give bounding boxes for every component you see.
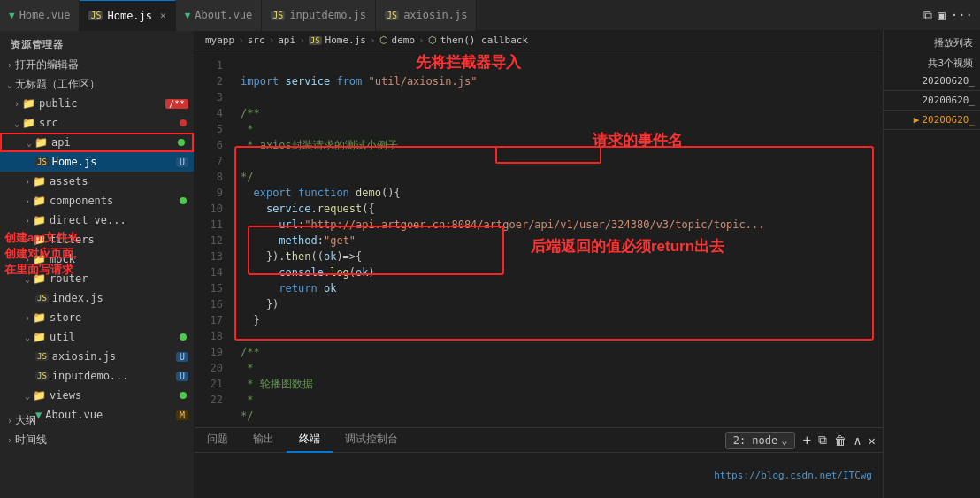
sidebar-item-label: 打开的编辑器 xyxy=(15,57,79,73)
chevron-down-icon: ⌄ xyxy=(781,434,787,447)
chevron-right-icon: › xyxy=(25,216,30,226)
bottom-content: https://blog.csdn.net/ITCwg xyxy=(195,453,883,498)
video-item-2[interactable]: 20200620_ xyxy=(884,91,980,111)
tab-actions: ⧉ ▣ ··· xyxy=(923,8,980,23)
tab-output[interactable]: 输出 xyxy=(241,428,287,453)
folder-icon: 📁 xyxy=(33,253,46,265)
breadcrumb-part: Home.js xyxy=(325,34,366,46)
split-editor-icon[interactable]: ⧉ xyxy=(923,8,932,23)
sidebar-item-axiosinjs[interactable]: JS axiosin.js U xyxy=(0,347,194,366)
js-icon: JS xyxy=(88,11,103,20)
sidebar-item-label: assets xyxy=(50,175,88,188)
tab-axiosin[interactable]: JS axiosin.js xyxy=(376,0,477,31)
separator: › xyxy=(269,34,275,46)
js-icon: JS xyxy=(385,11,399,20)
sidebar-item-public[interactable]: › 📁 public /** xyxy=(0,94,194,113)
sidebar-item-homejs[interactable]: JS Home.js U xyxy=(0,152,194,172)
chevron-down-icon: ⌄ xyxy=(14,119,19,128)
js-icon: JS xyxy=(35,372,49,380)
more-icon[interactable]: ··· xyxy=(951,8,973,22)
sidebar-item-store[interactable]: › 📁 store xyxy=(0,308,194,327)
sidebar-item-filters[interactable]: › 📁 filters xyxy=(0,230,194,249)
tab-inputdemo[interactable]: JS inputdemo.js xyxy=(262,0,376,31)
close-icon[interactable]: ✕ xyxy=(160,10,166,21)
tab-home-js[interactable]: JS Home.js ✕ xyxy=(80,0,175,31)
sidebar-item-outline[interactable]: › 大纲 xyxy=(0,410,194,430)
layout-icon[interactable]: ▣ xyxy=(938,8,945,22)
js-icon: JS xyxy=(35,294,49,303)
video-item-1[interactable]: 20200620_ xyxy=(884,72,980,91)
vue-icon: ▼ xyxy=(185,10,191,21)
video-item-3[interactable]: ▶ 20200620_ xyxy=(884,111,980,130)
add-terminal-icon[interactable]: + xyxy=(802,432,811,448)
chevron-right-icon: › xyxy=(25,177,30,187)
js-icon: JS xyxy=(309,36,322,45)
tab-home-vue[interactable]: ▼ Home.vue xyxy=(0,0,80,31)
chevron-right-icon: › xyxy=(14,99,19,109)
chevron-right-icon: › xyxy=(7,416,12,425)
split-terminal-icon[interactable]: ⧉ xyxy=(818,433,827,448)
sidebar-item-inputdemo[interactable]: JS inputdemo... U xyxy=(0,366,194,386)
delete-terminal-icon[interactable]: 🗑 xyxy=(834,433,846,448)
tab-label: Home.js xyxy=(107,10,152,22)
folder-icon: 📁 xyxy=(33,214,46,226)
sidebar-item-mock[interactable]: › 📁 mock xyxy=(0,249,194,269)
sidebar: 资源管理器 › 打开的编辑器 ⌄ 无标题（工作区） › 📁 public /**… xyxy=(0,31,195,498)
sidebar-item-timeline[interactable]: › 时间线 xyxy=(0,430,194,449)
editor-area: myapp › src › api › JS Home.js › ⬡ demo … xyxy=(195,31,883,498)
code-content[interactable]: import service from "util/axiosin.js" /*… xyxy=(230,50,883,427)
sidebar-item-label: direct_ve... xyxy=(50,214,126,226)
tab-label: Home.vue xyxy=(19,9,71,21)
sidebar-item-open-editors[interactable]: › 打开的编辑器 xyxy=(0,55,194,74)
tab-problems[interactable]: 问题 xyxy=(195,428,241,453)
sidebar-item-label: mock xyxy=(50,253,75,265)
sidebar-item-label: inputdemo... xyxy=(52,370,129,382)
sidebar-bottom: › 大纲 › 时间线 xyxy=(0,410,194,449)
tab-label: 输出 xyxy=(253,432,274,447)
chevron-down-icon: ⌄ xyxy=(25,274,30,284)
sidebar-item-src[interactable]: ⌄ 📁 src xyxy=(0,113,194,133)
sidebar-item-util[interactable]: ⌄ 📁 util xyxy=(0,327,194,347)
chevron-down-icon: ⌄ xyxy=(25,333,30,342)
folder-icon: 📁 xyxy=(33,195,46,207)
sidebar-item-views[interactable]: ⌄ 📁 views xyxy=(0,386,194,405)
right-panel-count: 共3个视频 xyxy=(884,55,980,72)
sidebar-item-indexjs[interactable]: JS index.js xyxy=(0,288,194,308)
chevron-down-icon: ⌄ xyxy=(7,80,12,89)
close-panel-icon[interactable]: ✕ xyxy=(869,433,876,448)
bottom-url[interactable]: https://blog.csdn.net/ITCwg xyxy=(714,470,872,481)
collapse-icon[interactable]: ∧ xyxy=(854,433,861,448)
terminal-dropdown[interactable]: 2: node ⌄ xyxy=(725,432,796,449)
code-editor[interactable]: 12345 678910 1112131415 1617181920 2122 … xyxy=(195,50,883,427)
sidebar-item-label: components xyxy=(50,195,113,207)
right-panel: 播放列表 共3个视频 20200620_ 20200620_ ▶ 2020062… xyxy=(883,31,980,498)
sidebar-item-label: api xyxy=(51,136,71,149)
sidebar-item-label: public xyxy=(39,97,77,110)
sidebar-item-label: router xyxy=(50,272,88,285)
breadcrumb-part: myapp xyxy=(205,34,234,46)
tab-about-vue[interactable]: ▼ About.vue xyxy=(176,0,263,31)
separator: › xyxy=(418,34,425,46)
breadcrumb-part: api xyxy=(278,34,295,46)
sidebar-item-direct[interactable]: › 📁 direct_ve... xyxy=(0,211,194,230)
badge-u: U xyxy=(176,352,188,362)
sidebar-item-label: util xyxy=(50,331,75,343)
chevron-right-icon: › xyxy=(7,435,12,445)
sidebar-item-assets[interactable]: › 📁 assets xyxy=(0,172,194,191)
tab-label: inputdemo.js xyxy=(289,9,366,21)
tab-label: About.vue xyxy=(195,9,252,21)
folder-icon: 📁 xyxy=(22,117,35,129)
js-icon: JS xyxy=(35,157,49,166)
breadcrumb-part: src xyxy=(248,34,265,46)
separator: › xyxy=(238,34,244,46)
js-icon: JS xyxy=(271,11,285,20)
sidebar-item-router[interactable]: ⌄ 📁 router xyxy=(0,269,194,288)
tab-debug-console[interactable]: 调试控制台 xyxy=(333,428,410,453)
badge-u: U xyxy=(176,157,188,167)
tab-terminal[interactable]: 终端 xyxy=(287,428,333,453)
sidebar-item-components[interactable]: › 📁 components xyxy=(0,191,194,211)
sidebar-item-api[interactable]: ⌄ 📁 api xyxy=(0,133,194,152)
breadcrumb-part: ⬡ xyxy=(428,34,437,46)
video-label: 20200620_ xyxy=(922,114,975,126)
sidebar-item-workspace[interactable]: ⌄ 无标题（工作区） xyxy=(0,74,194,94)
